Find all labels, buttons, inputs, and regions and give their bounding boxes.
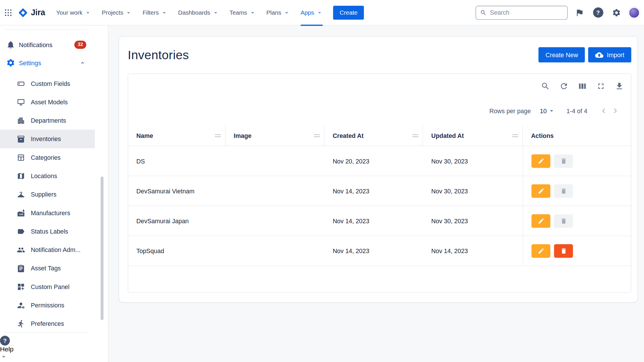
sidebar-item-settings[interactable]: Settings <box>0 54 108 72</box>
sidebar-bottom: ? Help <box>0 332 108 361</box>
table-row: DevSamurai Vietnam Nov 14, 2023 Nov 30, … <box>128 176 631 206</box>
sidebar-item-notifications[interactable]: Notifications 32 <box>0 36 108 54</box>
sidebar-item-help[interactable]: ? Help <box>0 336 108 361</box>
previous-page-button[interactable] <box>598 105 610 117</box>
sidebar-item-locations[interactable]: Locations <box>0 167 95 185</box>
question-mark-icon: ? <box>0 336 10 346</box>
sidebar-item-label: Preferences <box>31 320 64 327</box>
layout: Notifications 32 Settings Custom Fields <box>0 26 644 362</box>
sidebar-item-label: Notifications <box>19 41 53 48</box>
dashboard-customize-icon <box>17 283 25 291</box>
sidebar-item-custom-panel[interactable]: Custom Panel <box>0 278 95 296</box>
inventories-card: Inventories Create New Import <box>119 36 638 303</box>
import-label: Import <box>607 51 624 58</box>
column-resize-handle[interactable] <box>512 134 518 137</box>
column-header-label: Actions <box>531 132 554 139</box>
sidebar-item-permissions[interactable]: Permissions <box>0 296 95 314</box>
nav-item-plans[interactable]: Plans <box>261 0 295 25</box>
column-resize-handle[interactable] <box>314 134 320 137</box>
sidebar-item-custom-fields[interactable]: Custom Fields <box>0 74 95 93</box>
nav-item-label: Dashboards <box>178 9 210 16</box>
announcements-button[interactable] <box>573 6 586 19</box>
chevron-down-icon <box>125 9 132 16</box>
edit-button[interactable] <box>532 184 551 198</box>
edit-button[interactable] <box>532 244 551 257</box>
sidebar-item-inventories[interactable]: Inventories <box>0 130 95 148</box>
sidebar-item-label: Suppliers <box>31 191 56 198</box>
page: Jira Your work Projects Filters Dashboar… <box>0 0 644 362</box>
user-avatar[interactable] <box>628 7 640 18</box>
table-search-button[interactable] <box>540 81 550 91</box>
import-button[interactable]: Import <box>588 47 631 62</box>
nav-item-projects[interactable]: Projects <box>96 0 137 25</box>
sidebar-scrollbar[interactable] <box>101 176 103 320</box>
app-switcher-button[interactable] <box>2 6 15 19</box>
column-header-image[interactable]: Image <box>225 126 324 146</box>
header-actions: Create New Import <box>538 47 631 62</box>
column-header-name[interactable]: Name <box>128 126 226 146</box>
table-columns-button[interactable] <box>578 81 587 91</box>
nav-item-label: Your work <box>56 9 82 16</box>
delete-button[interactable] <box>554 214 573 228</box>
cell-name: TopSquad <box>128 236 226 265</box>
nav-item-apps[interactable]: Apps <box>295 0 328 25</box>
top-navbar: Jira Your work Projects Filters Dashboar… <box>0 0 644 26</box>
search-input[interactable] <box>490 9 563 16</box>
chevron-down-icon <box>212 9 219 16</box>
pencil-icon <box>537 187 544 194</box>
nav-item-label: Projects <box>102 9 123 16</box>
sidebar-item-departments[interactable]: Departments <box>0 111 95 130</box>
create-button[interactable]: Create <box>333 5 364 20</box>
table-download-button[interactable] <box>614 81 624 91</box>
trash-icon <box>560 217 567 224</box>
cell-updated-at: Nov 30, 2023 <box>423 206 523 236</box>
sidebar-item-asset-tags[interactable]: Asset Tags <box>0 259 95 277</box>
sidebar-item-label: Help <box>0 346 14 353</box>
table-fullscreen-button[interactable] <box>596 81 606 91</box>
sidebar-item-suppliers[interactable]: Suppliers <box>0 185 95 203</box>
column-header-created-at[interactable]: Created At <box>325 126 423 146</box>
nav-item-filters[interactable]: Filters <box>137 0 173 25</box>
column-header-updated-at[interactable]: Updated At <box>423 126 523 146</box>
nav-item-your-work[interactable]: Your work <box>51 0 97 25</box>
table-row: TopSquad Nov 14, 2023 Nov 14, 2023 <box>128 236 631 266</box>
app-grid-icon <box>4 8 13 17</box>
sidebar-item-categories[interactable]: Categories <box>0 148 95 167</box>
next-page-button[interactable] <box>610 105 621 117</box>
sidebar-item-status-labels[interactable]: Status Labels <box>0 222 95 240</box>
delete-button[interactable] <box>554 184 573 198</box>
help-button[interactable]: ? <box>591 6 605 19</box>
sidebar-item-label: Departments <box>31 117 66 124</box>
sidebar-item-preferences[interactable]: Preferences <box>0 314 95 333</box>
cell-created-at: Nov 14, 2023 <box>325 206 423 236</box>
delete-button[interactable] <box>554 154 573 167</box>
table-refresh-button[interactable] <box>559 81 569 91</box>
column-header-label: Created At <box>333 132 364 139</box>
sidebar-item-manufacturers[interactable]: Manufacturers <box>0 204 95 222</box>
column-resize-handle[interactable] <box>412 134 418 137</box>
trash-icon <box>560 247 567 254</box>
chevron-left-icon <box>599 106 609 116</box>
nav-item-teams[interactable]: Teams <box>224 0 261 25</box>
edit-button[interactable] <box>532 154 551 167</box>
cell-name: DS <box>128 146 226 176</box>
chevron-down-icon <box>283 9 290 16</box>
rows-per-page-select[interactable]: 10 <box>540 107 555 115</box>
settings-submenu: Custom Fields Asset Models Departments I… <box>0 74 108 333</box>
column-header-label: Updated At <box>431 132 464 139</box>
jira-logo[interactable]: Jira <box>15 7 51 17</box>
create-new-label: Create New <box>546 51 578 58</box>
nav-item-dashboards[interactable]: Dashboards <box>173 0 224 25</box>
edit-button[interactable] <box>532 214 551 228</box>
sidebar-item-asset-models[interactable]: Asset Models <box>0 93 95 111</box>
settings-button[interactable] <box>610 6 623 19</box>
column-resize-handle[interactable] <box>215 134 221 137</box>
search-icon <box>541 82 550 90</box>
global-search[interactable] <box>476 5 568 20</box>
sidebar-item-notification-admin[interactable]: Notification Adm... <box>0 240 95 259</box>
pagination-range: 1-4 of 4 <box>566 107 587 114</box>
create-new-button[interactable]: Create New <box>538 47 585 62</box>
input-field-icon <box>17 79 25 88</box>
delete-button[interactable] <box>554 244 573 257</box>
sidebar: Notifications 32 Settings Custom Fields <box>0 26 108 362</box>
